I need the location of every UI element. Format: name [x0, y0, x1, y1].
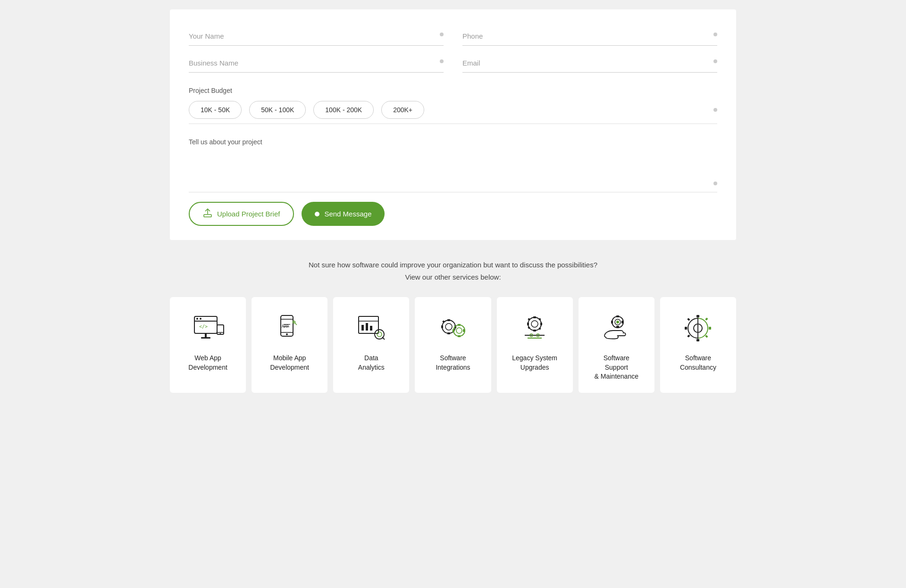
svg-rect-42	[453, 329, 454, 332]
software-support-label: SoftwareSupport& Maintenance	[595, 354, 638, 381]
svg-rect-41	[458, 335, 461, 337]
info-text: Not sure how software could improve your…	[170, 259, 736, 283]
budget-200k-plus[interactable]: 200K+	[381, 101, 424, 119]
svg-point-4	[200, 318, 201, 320]
budget-50k-100k[interactable]: 50K - 100K	[249, 101, 306, 119]
svg-rect-33	[447, 332, 450, 334]
legacy-system-icon	[518, 311, 552, 345]
svg-point-27	[377, 332, 382, 337]
svg-point-10	[219, 333, 220, 334]
business-name-field	[189, 50, 444, 73]
svg-rect-40	[458, 324, 461, 326]
svg-rect-25	[370, 326, 372, 331]
svg-line-18	[295, 323, 297, 325]
svg-rect-68	[685, 327, 687, 330]
svg-rect-23	[361, 325, 364, 331]
info-line2: View our other services below:	[170, 271, 736, 283]
business-name-input[interactable]	[189, 59, 444, 67]
svg-point-31	[445, 323, 452, 330]
contact-form: Project Budget 10K - 50K 50K - 100K 100K…	[170, 9, 736, 240]
svg-point-14	[286, 333, 288, 335]
svg-point-39	[456, 328, 462, 333]
svg-rect-32	[447, 319, 450, 321]
phone-input[interactable]	[462, 32, 717, 40]
email-dot	[713, 59, 717, 63]
svg-point-3	[196, 318, 198, 320]
services-grid: </> Web AppDevelopment APP	[170, 297, 736, 393]
svg-point-17	[294, 322, 294, 323]
svg-rect-73	[688, 334, 690, 337]
svg-point-45	[531, 321, 538, 327]
project-description-section: Tell us about your project	[189, 129, 717, 192]
budget-dot	[713, 108, 717, 112]
svg-rect-63	[621, 321, 623, 323]
project-description-textarea[interactable]	[189, 152, 717, 185]
business-email-row	[189, 50, 717, 77]
budget-100k-200k[interactable]: 100K - 200K	[313, 101, 374, 119]
svg-rect-46	[533, 316, 536, 318]
svg-text:</>: </>	[199, 324, 208, 329]
svg-rect-60	[616, 315, 619, 317]
web-app-icon: </>	[191, 311, 225, 345]
form-buttons: Upload Project Brief Send Message	[189, 202, 717, 226]
service-legacy-system[interactable]: Legacy SystemUpgrades	[497, 297, 573, 393]
data-analytics-icon	[354, 311, 388, 345]
software-integrations-label: SoftwareIntegrations	[436, 354, 470, 372]
send-message-button[interactable]: Send Message	[302, 202, 385, 226]
svg-rect-36	[442, 320, 445, 323]
upload-project-brief-button[interactable]: Upload Project Brief	[189, 202, 294, 226]
business-dot	[440, 59, 444, 63]
send-dot-icon	[315, 212, 319, 216]
svg-rect-70	[688, 318, 690, 321]
budget-label: Project Budget	[189, 87, 717, 94]
mobile-app-icon: APP	[273, 311, 307, 345]
service-software-integrations[interactable]: SoftwareIntegrations	[415, 297, 491, 393]
upload-label: Upload Project Brief	[217, 210, 280, 218]
svg-rect-43	[463, 329, 465, 332]
your-name-input[interactable]	[189, 32, 444, 40]
info-line1: Not sure how software could improve your…	[170, 259, 736, 271]
textarea-dot	[713, 182, 717, 185]
mobile-app-label: Mobile AppDevelopment	[270, 354, 309, 372]
svg-rect-49	[540, 323, 542, 325]
send-label: Send Message	[324, 210, 371, 218]
your-name-field	[189, 24, 444, 46]
software-consultancy-icon	[681, 311, 715, 345]
textarea-label: Tell us about your project	[189, 138, 717, 146]
svg-rect-72	[705, 317, 708, 320]
svg-point-64	[616, 321, 619, 323]
svg-rect-69	[709, 327, 711, 330]
name-phone-row	[189, 24, 717, 50]
budget-section: Project Budget 10K - 50K 50K - 100K 100K…	[189, 77, 717, 124]
svg-rect-50	[528, 318, 530, 321]
svg-rect-6	[205, 333, 207, 337]
service-software-support[interactable]: SoftwareSupport& Maintenance	[579, 297, 654, 393]
upload-icon	[203, 208, 212, 219]
svg-rect-8	[217, 325, 224, 334]
phone-dot	[713, 33, 717, 36]
service-mobile-app[interactable]: APP Mobile AppDevelopment	[252, 297, 327, 393]
data-analytics-label: DataAnalytics	[358, 354, 385, 372]
service-software-consultancy[interactable]: SoftwareConsultancy	[660, 297, 736, 393]
service-web-app[interactable]: </> Web AppDevelopment	[170, 297, 246, 393]
svg-rect-61	[616, 326, 619, 328]
phone-field	[462, 24, 717, 46]
software-integrations-icon	[436, 311, 470, 345]
service-data-analytics[interactable]: DataAnalytics	[333, 297, 409, 393]
budget-10k-50k[interactable]: 10K - 50K	[189, 101, 242, 119]
page-container: Project Budget 10K - 50K 50K - 100K 100K…	[170, 9, 736, 579]
svg-rect-34	[441, 325, 443, 328]
budget-options: 10K - 50K 50K - 100K 100K - 200K 200K+	[189, 101, 717, 119]
svg-rect-7	[201, 337, 210, 339]
legacy-system-label: Legacy SystemUpgrades	[512, 354, 557, 372]
email-input[interactable]	[462, 59, 717, 67]
software-support-icon	[599, 311, 633, 345]
web-app-label: Web AppDevelopment	[188, 354, 227, 372]
software-consultancy-label: SoftwareConsultancy	[680, 354, 716, 372]
email-field	[462, 50, 717, 73]
name-dot	[440, 33, 444, 36]
svg-rect-48	[527, 323, 529, 325]
svg-rect-47	[533, 330, 536, 331]
svg-rect-24	[366, 323, 368, 331]
svg-rect-0	[204, 215, 211, 217]
